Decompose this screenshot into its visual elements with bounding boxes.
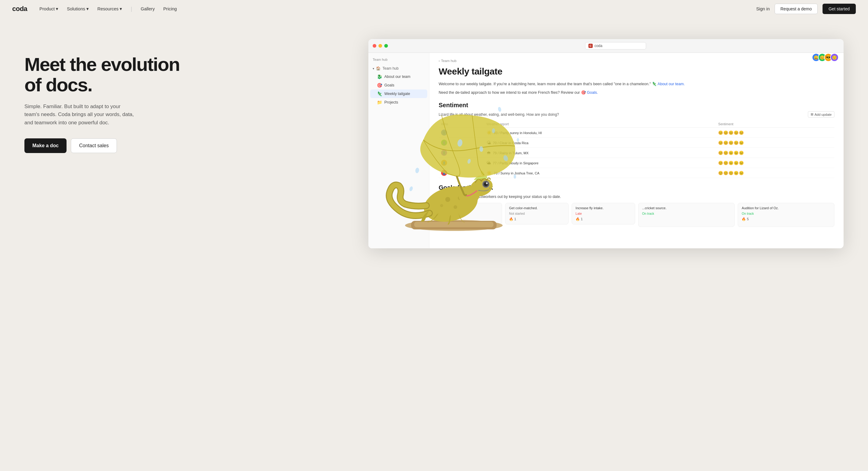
goal-card: Increase fly intake. Late 🔥 1 bbox=[572, 203, 635, 225]
coda-favicon: C bbox=[588, 44, 593, 48]
app-body: Team hub ▾ 🏠 Team hub 🐉 About our team 🎯… bbox=[368, 53, 844, 248]
weather-cell: 🌤 70 / Clear in Costa Rica bbox=[484, 138, 716, 148]
goal-card: Audition for Lizard of Oz. On track 🔥 5 bbox=[738, 203, 834, 227]
weather-icon: 🌥 bbox=[487, 160, 491, 165]
goal-count: 🔥 1 bbox=[576, 217, 631, 221]
close-button[interactable] bbox=[373, 44, 376, 48]
sentiment-heading: Sentiment bbox=[439, 102, 834, 109]
goal-count: 🔥 5 bbox=[742, 217, 831, 221]
col-who: Who bbox=[439, 121, 484, 128]
app-window: C coda 😀 😊 😎 🙂 Team hub bbox=[368, 39, 844, 248]
sentiment-cell: 😊😊😊😐😐 bbox=[716, 168, 834, 178]
nav-links: Product ▾ Solutions ▾ Resources ▾ | Gall… bbox=[39, 6, 756, 12]
avatar: 👤 bbox=[441, 170, 447, 176]
hero-title: Meet the evolution of docs. bbox=[24, 54, 368, 95]
hero-buttons: Make a doc Contact sales bbox=[24, 138, 368, 153]
table-row: 👤 ☀️ 83 / Partly sunny in Honolulu, HI 😊… bbox=[439, 128, 834, 138]
get-started-button[interactable]: Get started bbox=[823, 4, 856, 14]
sentiment-cell: 😊😊😊😊😐 bbox=[716, 138, 834, 148]
sentiment-cell: 😊😊😐😐😐 bbox=[716, 158, 834, 168]
doc-title: Weekly tailgate bbox=[439, 66, 834, 77]
goal-card: ...cricket source. On track bbox=[638, 203, 735, 227]
who-cell: 👤 bbox=[439, 168, 484, 178]
nav-product[interactable]: Product ▾ bbox=[39, 6, 58, 11]
who-cell: 👤 bbox=[439, 128, 484, 138]
nav-divider: | bbox=[131, 6, 132, 12]
nav-gallery[interactable]: Gallery bbox=[141, 6, 155, 11]
hero-left: Meet the evolution of docs. Simple. Fami… bbox=[24, 36, 368, 153]
collaborator-avatar: 🙂 bbox=[830, 53, 839, 62]
sidebar-breadcrumb: Team hub bbox=[368, 56, 429, 63]
weather-icon: 🌤 bbox=[487, 140, 491, 145]
make-doc-button[interactable]: Make a doc bbox=[24, 138, 66, 153]
logo[interactable]: coda bbox=[12, 5, 27, 13]
hero-section: Meet the evolution of docs. Simple. Fami… bbox=[0, 18, 868, 471]
app-sidebar: Team hub ▾ 🏠 Team hub 🐉 About our team 🎯… bbox=[368, 53, 429, 248]
weather-cell: 🌧 79 / Rainy in Tulum, MX bbox=[484, 148, 716, 158]
nav-right: Sign in Request a demo Get started bbox=[756, 4, 856, 14]
doc-body-1: Welcome to our weekly tailgate. If you'r… bbox=[439, 81, 834, 87]
weather-icon: ☀️ bbox=[487, 171, 492, 175]
weather-icon: 🌧 bbox=[487, 150, 491, 155]
sidebar-item-weekly-tailgate[interactable]: 🦎 Weekly tailgate bbox=[370, 89, 427, 98]
goals-row-2: ...cricket source. On track Audition for… bbox=[638, 203, 834, 227]
col-sentiment: Sentiment bbox=[716, 121, 834, 128]
goal-status: On track bbox=[642, 212, 731, 215]
chevron-down-icon: ▾ bbox=[56, 6, 58, 11]
goal-status: On track bbox=[742, 212, 831, 215]
nav-resources[interactable]: Resources ▾ bbox=[97, 6, 122, 11]
avatar: 👤 bbox=[441, 129, 447, 136]
sidebar-item-goals[interactable]: 🎯 Goals bbox=[368, 81, 429, 89]
sidebar-section-team-hub[interactable]: ▾ 🏠 Team hub bbox=[368, 64, 429, 72]
minimize-button[interactable] bbox=[378, 44, 382, 48]
request-demo-button[interactable]: Request a demo bbox=[775, 4, 818, 14]
collaborators: 😀 😊 😎 🙂 bbox=[814, 53, 839, 62]
about-icon: 🐉 bbox=[377, 74, 382, 79]
goal-status: Not started bbox=[509, 212, 565, 215]
goal-card-title: Increase fly intake. bbox=[576, 206, 631, 210]
weather-cell: ☀️ 73 / Sunny in Joshua Tree, CA bbox=[484, 168, 716, 178]
signin-button[interactable]: Sign in bbox=[756, 6, 770, 11]
hero-right: C coda 😀 😊 😎 🙂 Team hub bbox=[368, 36, 844, 248]
navigation: coda Product ▾ Solutions ▾ Resources ▾ |… bbox=[0, 0, 868, 18]
goal-card-title: ...ify new sunny rock. bbox=[442, 206, 498, 210]
contact-sales-button[interactable]: Contact sales bbox=[71, 138, 117, 153]
who-cell: 👤 bbox=[439, 158, 484, 168]
doc-breadcrumb: ‹ Team hub bbox=[439, 59, 834, 63]
url-bar: C coda bbox=[585, 42, 646, 50]
goal-status: On track bbox=[442, 212, 498, 215]
breadcrumb-arrow: ‹ bbox=[439, 59, 440, 63]
goals-cards: ...ify new sunny rock. On track 🔥 3 Get … bbox=[439, 203, 834, 227]
goal-card: Get color-matched. Not started 🔥 1 bbox=[505, 203, 568, 225]
goal-status: Late bbox=[576, 212, 631, 215]
avatar: 👤 bbox=[441, 160, 447, 166]
who-cell: 👤 bbox=[439, 148, 484, 158]
sidebar-team-hub-icon: 🏠 bbox=[376, 66, 380, 70]
add-update-button[interactable]: ⊞ Add update bbox=[808, 111, 834, 118]
maximize-button[interactable] bbox=[384, 44, 388, 48]
chevron-down-icon: ▾ bbox=[86, 6, 89, 11]
table-row: 👤 🌧 79 / Rainy in Tulum, MX 😊😊😐😐😐 bbox=[439, 148, 834, 158]
who-cell: 👤 bbox=[439, 138, 484, 148]
projects-icon: 📁 bbox=[377, 100, 382, 105]
about-team-link[interactable]: About our team. bbox=[658, 82, 685, 86]
doc-body-2: Need the de-tailed approach to how we in… bbox=[439, 89, 834, 96]
chevron-down-icon: ▾ bbox=[120, 6, 122, 11]
nav-pricing[interactable]: Pricing bbox=[163, 6, 177, 11]
table-row: 👤 🌥 77 / Partly cloudy in Singapore 😊😊😐😐… bbox=[439, 158, 834, 168]
weather-icon: ☀️ bbox=[487, 130, 492, 135]
nav-solutions[interactable]: Solutions ▾ bbox=[67, 6, 89, 11]
goal-card: ...ify new sunny rock. On track 🔥 3 bbox=[439, 203, 502, 225]
sentiment-cell: 😊😊😐😐😐 bbox=[716, 148, 834, 158]
goals-desc: Help your cold-blooded coworkers out by … bbox=[439, 194, 834, 200]
goal-count: 🔥 3 bbox=[442, 217, 498, 221]
sentiment-cell: 😊😊😊😊😊 bbox=[716, 128, 834, 138]
goals-link[interactable]: Goals. bbox=[587, 90, 598, 95]
sentiment-desc: Lizard life is all about weather, eating… bbox=[439, 111, 834, 118]
sidebar-item-projects[interactable]: 📁 Projects bbox=[368, 98, 429, 107]
table-row: 👤 🌤 70 / Clear in Costa Rica 😊😊😊😊😐 bbox=[439, 138, 834, 148]
goal-card-title: ...cricket source. bbox=[642, 206, 731, 210]
app-titlebar: C coda 😀 😊 😎 🙂 bbox=[368, 39, 844, 53]
traffic-lights bbox=[373, 44, 388, 48]
sidebar-item-about[interactable]: 🐉 About our team bbox=[368, 72, 429, 81]
